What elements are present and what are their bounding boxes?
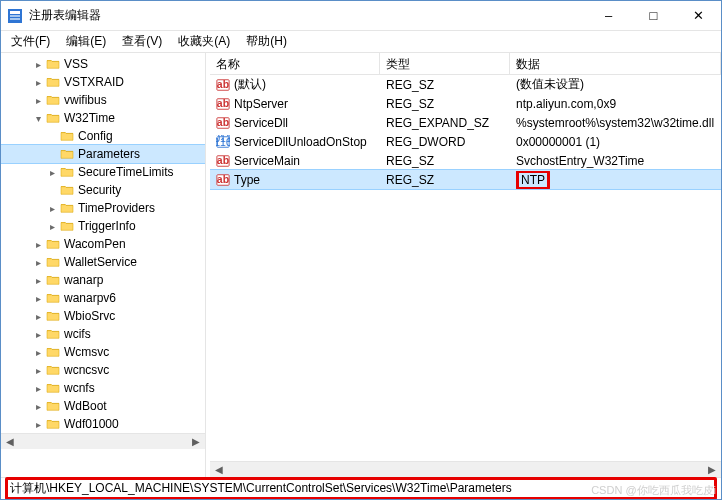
chevron-right-icon[interactable]: ▸ [31,365,45,376]
tree-node[interactable]: ▸SecureTimeLimits [1,163,205,181]
minimize-button[interactable]: – [586,1,631,30]
folder-icon [59,183,75,197]
list-row[interactable]: 011110ServiceDllUnloadOnStopREG_DWORD0x0… [210,132,721,151]
tree-node[interactable]: ▸VSS [1,55,205,73]
value-type: REG_SZ [380,77,510,93]
tree-node[interactable]: ▸Wdf01000 [1,415,205,433]
tree-node-label: Parameters [78,147,140,161]
chevron-right-icon[interactable]: ▸ [31,347,45,358]
scroll-left-icon[interactable]: ◀ [212,464,226,475]
scroll-right-icon[interactable]: ▶ [705,464,719,475]
tree-node-label: vwifibus [64,93,107,107]
chevron-right-icon[interactable]: ▸ [31,401,45,412]
menu-file[interactable]: 文件(F) [5,31,56,52]
col-header-type[interactable]: 类型 [380,53,510,74]
scroll-right-icon[interactable]: ▶ [189,436,203,447]
tree-node[interactable]: ▸TimeProviders [1,199,205,217]
tree-node[interactable]: Config [1,127,205,145]
tree-node[interactable]: ▸wcncsvc [1,361,205,379]
tree-node[interactable]: ▸WacomPen [1,235,205,253]
chevron-right-icon[interactable]: ▸ [31,59,45,70]
tree-node[interactable]: ▸wanarpv6 [1,289,205,307]
tree-node[interactable]: ▸WbioSrvc [1,307,205,325]
tree-node[interactable]: ▸WalletService [1,253,205,271]
value-name: Type [234,173,260,187]
folder-icon [45,309,61,323]
value-name: NtpServer [234,97,288,111]
chevron-right-icon[interactable]: ▸ [31,293,45,304]
tree-horizontal-scrollbar[interactable]: ◀ ▶ [1,433,205,449]
folder-icon [45,345,61,359]
tree-node-label: TriggerInfo [78,219,136,233]
value-type: REG_EXPAND_SZ [380,115,510,131]
reg-string-icon: ab [216,173,230,187]
status-bar: 计算机\HKEY_LOCAL_MACHINE\SYSTEM\CurrentCon… [1,477,721,499]
list-horizontal-scrollbar[interactable]: ◀ ▶ [210,461,721,477]
menu-bar: 文件(F) 编辑(E) 查看(V) 收藏夹(A) 帮助(H) [1,31,721,53]
tree-node[interactable]: ▸WdBoot [1,397,205,415]
registry-tree[interactable]: ▸VSS▸VSTXRAID▸vwifibus▾W32TimeConfigPara… [1,55,205,433]
tree-node[interactable]: ▾W32Time [1,109,205,127]
chevron-right-icon[interactable]: ▸ [31,257,45,268]
folder-icon [45,111,61,125]
tree-node-label: wanarp [64,273,103,287]
chevron-right-icon[interactable]: ▸ [45,221,59,232]
chevron-right-icon[interactable]: ▸ [45,167,59,178]
menu-help[interactable]: 帮助(H) [240,31,293,52]
tree-node-label: Security [78,183,121,197]
tree-node[interactable]: Security [1,181,205,199]
list-row[interactable]: abTypeREG_SZNTP [210,170,721,189]
tree-node[interactable]: ▸wcnfs [1,379,205,397]
folder-icon [45,255,61,269]
folder-icon [45,363,61,377]
folder-icon [45,93,61,107]
value-data: ntp.aliyun.com,0x9 [510,96,721,112]
tree-node-label: WdBoot [64,399,107,413]
chevron-down-icon[interactable]: ▾ [31,113,45,124]
chevron-right-icon[interactable]: ▸ [31,419,45,430]
menu-edit[interactable]: 编辑(E) [60,31,112,52]
chevron-right-icon[interactable]: ▸ [31,383,45,394]
list-body[interactable]: ab(默认)REG_SZ(数值未设置)abNtpServerREG_SZntp.… [210,75,721,461]
list-row[interactable]: ab(默认)REG_SZ(数值未设置) [210,75,721,94]
tree-node[interactable]: ▸wcifs [1,325,205,343]
maximize-button[interactable]: □ [631,1,676,30]
folder-icon [45,381,61,395]
list-row[interactable]: abServiceDllREG_EXPAND_SZ%systemroot%\sy… [210,113,721,132]
close-button[interactable]: ✕ [676,1,721,30]
tree-node-label: VSS [64,57,88,71]
folder-icon [59,147,75,161]
list-header: 名称 类型 数据 [210,53,721,75]
tree-node-label: WbioSrvc [64,309,115,323]
scroll-left-icon[interactable]: ◀ [3,436,17,447]
window-title: 注册表编辑器 [29,7,586,24]
chevron-right-icon[interactable]: ▸ [31,329,45,340]
tree-node[interactable]: ▸TriggerInfo [1,217,205,235]
tree-node-label: wanarpv6 [64,291,116,305]
status-path: 计算机\HKEY_LOCAL_MACHINE\SYSTEM\CurrentCon… [5,477,717,500]
list-row[interactable]: abNtpServerREG_SZntp.aliyun.com,0x9 [210,94,721,113]
tree-pane[interactable]: ▸VSS▸VSTXRAID▸vwifibus▾W32TimeConfigPara… [1,53,206,477]
chevron-right-icon[interactable]: ▸ [45,203,59,214]
col-header-data[interactable]: 数据 [510,53,721,74]
chevron-right-icon[interactable]: ▸ [31,311,45,322]
folder-icon [59,201,75,215]
list-row[interactable]: abServiceMainREG_SZSvchostEntry_W32Time [210,151,721,170]
tree-node-label: Config [78,129,113,143]
tree-node[interactable]: ▸vwifibus [1,91,205,109]
tree-node[interactable]: ▸wanarp [1,271,205,289]
menu-favorites[interactable]: 收藏夹(A) [172,31,236,52]
chevron-right-icon[interactable]: ▸ [31,275,45,286]
chevron-right-icon[interactable]: ▸ [31,77,45,88]
menu-view[interactable]: 查看(V) [116,31,168,52]
svg-rect-3 [10,18,20,20]
main-area: ▸VSS▸VSTXRAID▸vwifibus▾W32TimeConfigPara… [1,53,721,477]
chevron-right-icon[interactable]: ▸ [31,95,45,106]
reg-string-icon: ab [216,97,230,111]
chevron-right-icon[interactable]: ▸ [31,239,45,250]
col-header-name[interactable]: 名称 [210,53,380,74]
tree-node[interactable]: ▸VSTXRAID [1,73,205,91]
folder-icon [45,75,61,89]
tree-node[interactable]: Parameters [1,145,205,163]
tree-node[interactable]: ▸Wcmsvc [1,343,205,361]
